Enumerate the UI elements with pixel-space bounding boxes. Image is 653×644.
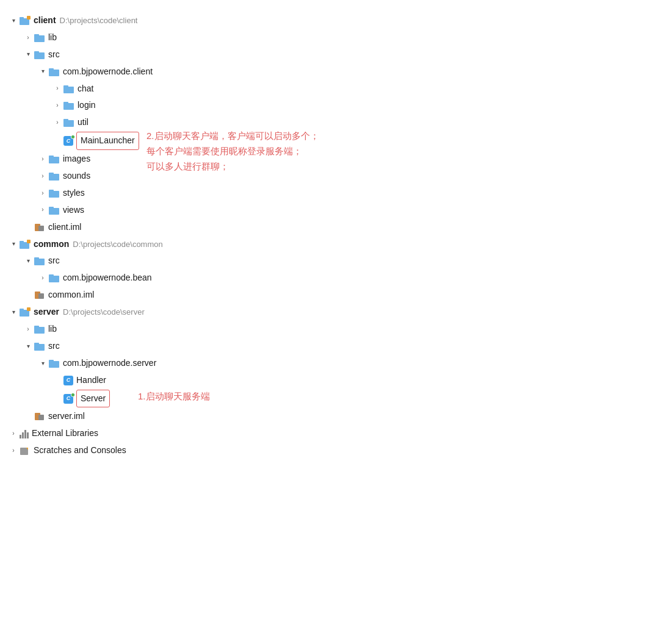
expand-server-package[interactable]: ▾ <box>38 359 48 368</box>
server-package-label: com.bjpowernode.server <box>63 356 156 371</box>
svg-rect-2 <box>27 16 31 20</box>
tree-item-server-lib[interactable]: › lib <box>6 321 647 338</box>
bean-label: com.bjpowernode.bean <box>63 270 152 286</box>
client-label: client <box>34 13 56 29</box>
expand-src[interactable]: ▾ <box>23 50 33 60</box>
class-run-icon-mainlauncher: C <box>63 136 73 146</box>
tree-item-common-src[interactable]: ▾ src <box>6 252 647 270</box>
tree-item-server-package[interactable]: ▾ com.bjpowernode.server <box>6 355 647 372</box>
expand-util[interactable]: › <box>52 118 62 127</box>
common-iml-label: common.iml <box>48 287 94 303</box>
tree-item-package-client[interactable]: ▾ com.bjpowernode.client <box>6 63 647 80</box>
placeholder-server-iml <box>23 412 33 421</box>
server-iml-label: server.iml <box>48 409 85 424</box>
svg-rect-35 <box>20 309 24 311</box>
images-label: images <box>63 151 90 167</box>
svg-rect-29 <box>34 257 39 260</box>
tree-item-common[interactable]: ▾ common D:\projects\code\common <box>6 236 647 253</box>
module-folder-icon <box>20 16 31 26</box>
tree-item-server[interactable]: ▾ server D:\projects\code\server <box>6 304 647 321</box>
svg-rect-45 <box>20 448 28 455</box>
expand-sounds[interactable]: › <box>38 171 48 181</box>
expand-bean[interactable]: › <box>38 273 48 283</box>
tree-item-src[interactable]: ▾ src <box>6 46 647 63</box>
tree-item-client-iml[interactable]: client.iml <box>6 219 647 236</box>
folder-icon-lib <box>34 33 45 43</box>
placeholder-mainlauncher <box>52 136 62 146</box>
expand-server-lib[interactable]: › <box>23 324 33 334</box>
server-src-label: src <box>48 338 60 354</box>
expand-server-src[interactable]: ▾ <box>23 342 33 351</box>
file-tree: ▾ client D:\projects\code\client › lib ▾… <box>6 12 647 459</box>
tree-item-handler[interactable]: C Handler <box>6 372 647 389</box>
scratches-label: Scratches and Consoles <box>34 443 126 459</box>
svg-rect-24 <box>38 226 44 231</box>
tree-item-server-iml[interactable]: server.iml <box>6 408 647 425</box>
tree-item-scratches[interactable]: › Scratches and Consoles <box>6 442 647 459</box>
tree-item-images[interactable]: › images <box>6 151 647 168</box>
tree-item-util[interactable]: › util <box>6 114 647 131</box>
svg-rect-6 <box>34 51 39 54</box>
folder-icon-package <box>49 67 60 77</box>
expand-views[interactable]: › <box>38 206 48 215</box>
svg-rect-8 <box>49 68 54 71</box>
expand-external-libs[interactable]: › <box>9 429 18 438</box>
svg-rect-31 <box>49 274 54 277</box>
expand-scratches[interactable]: › <box>9 446 18 456</box>
tree-item-login[interactable]: › login <box>6 97 647 114</box>
tree-item-client[interactable]: ▾ client D:\projects\code\client <box>6 12 647 29</box>
iml-icon-client <box>34 223 45 232</box>
scratch-icon <box>20 446 31 456</box>
tree-item-lib[interactable]: › lib <box>6 29 647 46</box>
placeholder-client-iml <box>23 223 33 232</box>
tree-item-views[interactable]: › views <box>6 202 647 219</box>
expand-package-client[interactable]: ▾ <box>38 67 48 77</box>
folder-icon-server-package <box>49 359 60 368</box>
expand-server[interactable]: ▾ <box>9 307 18 317</box>
iml-icon-server <box>34 412 45 421</box>
server-class-label: Server <box>76 390 110 408</box>
module-folder-icon-common <box>20 240 31 249</box>
svg-rect-4 <box>34 34 39 37</box>
tree-item-server-class[interactable]: C Server 1.启动聊天服务端 <box>6 389 647 409</box>
tree-item-bean[interactable]: › com.bjpowernode.bean <box>6 270 647 287</box>
folder-icon-chat <box>63 84 74 94</box>
expand-common[interactable]: ▾ <box>9 240 18 249</box>
svg-rect-36 <box>27 307 31 311</box>
tree-item-chat[interactable]: › chat <box>6 80 647 98</box>
placeholder-common-iml <box>23 290 33 300</box>
svg-rect-22 <box>49 207 54 209</box>
svg-rect-38 <box>34 326 39 328</box>
views-label: views <box>63 202 84 218</box>
expand-images[interactable]: › <box>38 154 48 164</box>
tree-item-sounds[interactable]: › sounds <box>6 168 647 185</box>
expand-chat[interactable]: › <box>52 84 62 94</box>
folder-icon-server-src <box>34 342 45 351</box>
styles-label: styles <box>63 185 85 201</box>
expand-styles[interactable]: › <box>38 188 48 198</box>
expand-client[interactable]: ▾ <box>9 16 18 26</box>
folder-icon-views <box>49 206 60 215</box>
expand-login[interactable]: › <box>52 101 62 110</box>
expand-common-src[interactable]: ▾ <box>23 256 33 266</box>
tree-item-mainlauncher[interactable]: C MainLauncher 2.启动聊天客户端，客户端可以启动多个； 每个客户… <box>6 131 647 151</box>
tree-item-common-iml[interactable]: common.iml <box>6 287 647 304</box>
expand-lib[interactable]: › <box>23 33 33 43</box>
tree-item-server-src[interactable]: ▾ src <box>6 338 647 355</box>
tree-item-styles[interactable]: › styles <box>6 185 647 202</box>
folder-icon-util <box>63 118 74 127</box>
handler-label: Handler <box>76 373 106 388</box>
placeholder-server-class <box>52 394 62 404</box>
package-client-label: com.bjpowernode.client <box>63 64 153 80</box>
svg-rect-10 <box>63 85 68 88</box>
svg-rect-44 <box>38 415 44 420</box>
tree-item-external-libs[interactable]: › External Libraries <box>6 425 647 442</box>
server-label: server <box>34 304 59 320</box>
folder-icon-server-lib <box>34 324 45 334</box>
placeholder-handler <box>52 376 62 385</box>
folder-icon-sounds <box>49 171 60 181</box>
svg-rect-20 <box>49 190 54 192</box>
lib-label: lib <box>48 30 57 46</box>
svg-rect-18 <box>49 173 54 175</box>
svg-rect-40 <box>34 343 39 345</box>
